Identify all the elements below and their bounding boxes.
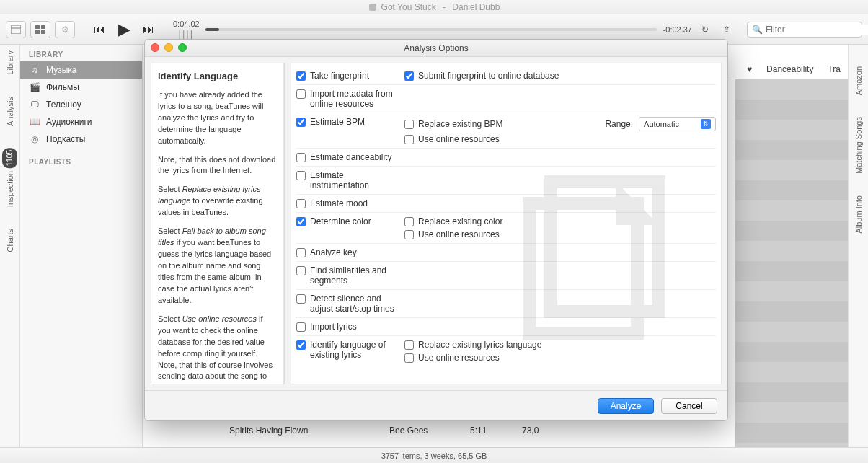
right-tabstrip: Amazon Matching Songs Album Info xyxy=(848,45,868,447)
time-remaining: -0:02.37 xyxy=(663,25,692,34)
progress-slider[interactable] xyxy=(205,28,657,31)
column-heart[interactable]: ♥ xyxy=(747,64,752,74)
checkbox-replace-language[interactable] xyxy=(404,340,414,350)
range-label: Range: xyxy=(605,119,633,129)
dialog-titlebar: Analysis Options xyxy=(145,40,727,57)
checkbox-detect-silence[interactable] xyxy=(296,294,306,304)
checkbox-estimate-mood[interactable] xyxy=(296,199,306,208)
cell-artist: Bee Gees xyxy=(389,425,454,436)
inspection-badge: 1105 xyxy=(2,148,17,168)
range-dropdown[interactable]: Automatic ⇅ xyxy=(639,117,716,131)
table-row[interactable]: Spirits Having Flown Bee Gees 5:11 73,0 xyxy=(229,423,735,438)
window-titlebar: Got You Stuck - Daniel Dubb xyxy=(0,0,868,14)
cell-name: Spirits Having Flown xyxy=(229,425,373,436)
checkbox-use-online-language[interactable] xyxy=(404,353,414,363)
time-elapsed: 0:04.02 xyxy=(173,19,200,28)
svg-rect-3 xyxy=(35,25,40,29)
sidebar-item-movies[interactable]: 🎬 Фильмы xyxy=(20,79,142,96)
tab-matching-songs[interactable]: Matching Songs xyxy=(854,117,863,174)
cancel-button[interactable]: Cancel xyxy=(661,398,717,414)
status-bar: 3757 items, 3 weeks, 65,5 GB xyxy=(0,447,868,463)
help-p4: Select Fall back to album song titles if… xyxy=(158,226,277,307)
equalizer-icon: |||| xyxy=(173,28,200,39)
filter-field[interactable]: 🔍 xyxy=(747,22,862,38)
now-playing-icon xyxy=(368,3,377,12)
checkbox-submit-fingerprint[interactable] xyxy=(404,71,414,81)
sidebar-item-podcasts[interactable]: ◎ Подкасты xyxy=(20,131,142,148)
book-icon: 📖 xyxy=(29,116,40,128)
cell-time: 5:11 xyxy=(470,425,506,436)
checkbox-import-lyrics[interactable] xyxy=(296,322,306,332)
dialog-footer: Analyze Cancel xyxy=(145,390,727,420)
tab-amazon[interactable]: Amazon xyxy=(854,66,863,95)
share-button[interactable]: ⇪ xyxy=(718,21,735,38)
checkbox-estimate-instr[interactable] xyxy=(296,171,306,180)
status-text: 3757 items, 3 weeks, 65,5 GB xyxy=(381,451,487,460)
checkbox-analyze-key[interactable] xyxy=(296,248,306,257)
dialog-title-text: Analysis Options xyxy=(404,43,468,53)
svg-rect-0 xyxy=(369,4,376,11)
chevron-updown-icon: ⇅ xyxy=(701,119,711,129)
checkbox-import-metadata[interactable] xyxy=(296,89,306,99)
checkbox-use-online-color[interactable] xyxy=(404,230,414,239)
svg-rect-5 xyxy=(35,30,40,34)
filter-input[interactable] xyxy=(766,25,868,35)
svg-rect-4 xyxy=(41,25,45,29)
sidebar-item-tv[interactable]: 🖵 Телешоу xyxy=(20,96,142,113)
podcast-icon: ◎ xyxy=(29,133,40,145)
sidebar: LIBRARY ♫ Музыка 🎬 Фильмы 🖵 Телешоу 📖 Ау… xyxy=(20,45,143,447)
sidebar-item-audiobooks[interactable]: 📖 Аудиокниги xyxy=(20,113,142,131)
checkbox-estimate-bpm[interactable] xyxy=(296,118,306,127)
music-icon: ♫ xyxy=(29,64,40,76)
checkbox-find-similar[interactable] xyxy=(296,266,306,275)
library-view-button[interactable] xyxy=(30,21,50,38)
zoom-icon[interactable] xyxy=(178,43,187,52)
checkbox-take-fingerprint[interactable] xyxy=(296,71,306,81)
checkbox-replace-color[interactable] xyxy=(404,217,414,226)
tab-album-info[interactable]: Album Info xyxy=(854,195,863,234)
ghost-rows-background xyxy=(735,79,848,447)
film-icon: 🎬 xyxy=(29,81,40,93)
help-p3: Select Replace existing lyrics language … xyxy=(158,184,277,219)
help-p1: If you have already added the lyrics to … xyxy=(158,89,277,147)
column-track[interactable]: Tra xyxy=(828,64,841,74)
close-icon[interactable] xyxy=(151,43,159,52)
checkbox-use-online-bpm[interactable] xyxy=(404,135,414,144)
svg-rect-1 xyxy=(11,25,21,34)
column-danceability[interactable]: Danceability xyxy=(766,64,813,74)
search-icon: 🔍 xyxy=(752,25,763,35)
now-playing-artist: Daniel Dubb xyxy=(452,2,500,12)
help-heading: Identify Language xyxy=(158,70,277,84)
checkbox-identify-language[interactable] xyxy=(296,340,306,350)
sidebar-item-music[interactable]: ♫ Музыка xyxy=(20,61,142,79)
view-mode-button[interactable] xyxy=(6,21,26,38)
repeat-button[interactable]: ↻ xyxy=(696,21,714,38)
minimize-icon[interactable] xyxy=(164,43,173,52)
now-playing-title: Got You Stuck xyxy=(381,2,436,12)
dialog-help-panel: Identify Language If you have already ad… xyxy=(151,63,285,384)
tab-analysis[interactable]: Analysis xyxy=(6,97,14,126)
sidebar-header-playlists: PLAYLISTS xyxy=(20,155,142,169)
checkbox-determine-color[interactable] xyxy=(296,217,306,226)
tv-icon: 🖵 xyxy=(29,99,40,110)
prev-track-button[interactable]: ⏮ xyxy=(91,21,108,38)
tab-charts[interactable]: Charts xyxy=(6,229,14,252)
play-button[interactable]: ▶ xyxy=(115,21,133,38)
left-tabstrip: Library Analysis 1105 Inspection Charts xyxy=(0,45,20,463)
analysis-toggle-button[interactable]: ⚙ xyxy=(55,21,75,38)
svg-rect-6 xyxy=(41,30,45,34)
checkbox-estimate-dance[interactable] xyxy=(296,153,306,162)
tab-library[interactable]: Library xyxy=(6,50,14,75)
checkbox-replace-bpm[interactable] xyxy=(404,120,414,129)
help-p2: Note, that this does not download the ly… xyxy=(158,154,277,177)
analysis-options-dialog: Analysis Options Identify Language If yo… xyxy=(144,39,728,421)
next-track-button[interactable]: ⏭ xyxy=(140,21,157,38)
sidebar-header-library: LIBRARY xyxy=(20,48,142,61)
analyze-button[interactable]: Analyze xyxy=(598,398,654,414)
dialog-options-panel: Take fingerprint Submit fingerprint to o… xyxy=(291,63,722,384)
tab-inspection[interactable]: Inspection xyxy=(6,171,14,207)
cell-bpm: 73,0 xyxy=(522,425,558,436)
help-p5: Select Use online resources if you want … xyxy=(158,314,277,384)
